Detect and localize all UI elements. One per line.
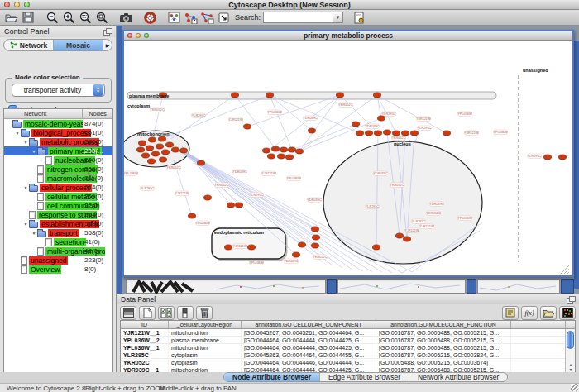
network-node[interactable] (292, 252, 299, 257)
network-node[interactable] (158, 136, 165, 141)
network-view-window[interactable]: primary metabolic process YKR052CYLR295C… (122, 30, 574, 277)
network-node[interactable] (148, 137, 156, 142)
network-node[interactable] (151, 151, 159, 156)
tab-network-attribute-browser[interactable]: Network Attribute Browser (409, 373, 507, 381)
zoom-out-icon[interactable] (44, 11, 60, 25)
network-node[interactable] (188, 213, 195, 218)
annotation-icon[interactable] (215, 11, 232, 25)
search-dropdown-button[interactable]: ▼ (333, 12, 343, 23)
table-row[interactable]: YJR121W__1mitochondrion[GO:0045267, GO:0… (121, 329, 575, 337)
table-column-header[interactable]: annotation.GO CELLULAR_COMPONENT (242, 321, 376, 328)
tab-network[interactable]: Network (4, 40, 53, 50)
tree-row[interactable]: ▼transport558(0) (4, 228, 112, 237)
network-node[interactable] (373, 93, 380, 98)
network-node[interactable] (558, 155, 566, 160)
zoom-fit-icon[interactable] (93, 11, 110, 25)
attribute-table[interactable]: ID_cellularLayoutRegionannotation.GO CEL… (120, 320, 576, 373)
table-row[interactable]: YPL036W__2plasma membrane[GO:0044464, GO… (121, 337, 575, 344)
import-attributes-icon[interactable] (540, 306, 557, 320)
attribute-notes-icon[interactable] (502, 306, 519, 320)
network-node[interactable] (285, 155, 293, 160)
network-node[interactable] (203, 195, 211, 200)
network-node[interactable] (392, 131, 400, 136)
network-node[interactable] (197, 160, 204, 165)
background-window-sliver[interactable] (337, 279, 466, 294)
vizmapper-icon[interactable] (165, 11, 182, 25)
background-window-corner[interactable] (467, 279, 476, 294)
save-session-icon[interactable] (20, 11, 36, 25)
tab-node-attribute-browser[interactable]: Node Attribute Browser (224, 373, 320, 381)
table-row[interactable]: YPL036W__1mitochondrion[GO:0044464, GO:0… (121, 344, 575, 351)
network-node[interactable] (403, 237, 410, 241)
network-node[interactable] (377, 116, 385, 121)
tab-mosaic[interactable]: Mosaic (53, 40, 103, 50)
network-node[interactable] (247, 245, 255, 250)
tree-row[interactable]: ▼metabolic process280(0) (4, 137, 112, 146)
tree-row[interactable]: mosaic-demo-yeast874(0) (4, 119, 112, 128)
table-row[interactable]: YLR295Ccytoplasm[GO:0045263, GO:0044464,… (121, 351, 575, 359)
network-node[interactable] (374, 131, 381, 136)
delete-attribute-icon[interactable] (196, 306, 213, 320)
network-node[interactable] (443, 131, 450, 136)
network-node[interactable] (336, 93, 343, 98)
network-node[interactable] (146, 146, 153, 151)
scrollbar-arrows[interactable]: ▲▼ (566, 362, 576, 372)
float-data-panel-icon[interactable] (567, 296, 575, 303)
attribute-grid-icon[interactable] (120, 306, 136, 320)
network-node[interactable] (372, 245, 380, 250)
network-node[interactable] (138, 141, 146, 146)
tree-row[interactable]: nitrogen compo209(0) (4, 165, 112, 174)
attribute-table-header[interactable]: ID_cellularLayoutRegionannotation.GO CEL… (121, 321, 575, 329)
tree-row[interactable]: Overview8(0) (4, 265, 112, 274)
network-node[interactable] (277, 154, 285, 159)
tree-row[interactable]: multi-organism pro42(0) (4, 246, 112, 256)
background-window-sliver[interactable] (126, 279, 326, 294)
network-canvas[interactable]: YKR052CYLR295CYJR121WYPL036WYDR039CYKR05… (124, 41, 572, 275)
network-window-titlebar[interactable]: primary metabolic process (124, 31, 572, 41)
resize-grip[interactable] (571, 384, 578, 391)
tree-row[interactable]: ▼biological_process651(0) (4, 128, 112, 137)
scrollbar-thumb[interactable] (567, 331, 574, 349)
network-node[interactable] (141, 153, 149, 158)
tree-row[interactable]: ▼establishment of lo558(0) (4, 219, 112, 228)
select-attributes-icon[interactable] (158, 306, 175, 320)
table-column-header[interactable]: ID (121, 321, 169, 328)
network-node[interactable] (147, 159, 155, 164)
network-node[interactable] (266, 93, 273, 98)
tree-row[interactable]: macromolecule311(0) (4, 174, 112, 183)
network-node[interactable] (295, 149, 303, 154)
background-window-corner[interactable] (561, 279, 574, 294)
network-node[interactable] (227, 203, 234, 208)
network-node[interactable] (401, 131, 409, 136)
background-window-sliver[interactable] (477, 279, 560, 294)
background-window-edge[interactable] (117, 26, 122, 294)
heatmap-matrix-icon[interactable] (559, 306, 576, 320)
network-node[interactable] (267, 154, 275, 159)
attribute-function-icon[interactable]: f(x) (521, 306, 538, 320)
network-node[interactable] (395, 233, 403, 238)
network-node[interactable] (165, 142, 173, 147)
tree-expander-icon[interactable]: ▼ (22, 140, 29, 145)
network-node[interactable] (288, 147, 295, 152)
tree-row[interactable]: unassigned223(0) (4, 256, 112, 265)
table-column-header[interactable]: annotation.GO MOLECULAR_FUNCTION (376, 321, 511, 328)
background-window-edge-right[interactable] (574, 41, 579, 289)
network-node[interactable] (136, 147, 144, 152)
zoom-in-icon[interactable] (60, 11, 77, 25)
network-node[interactable] (311, 243, 318, 248)
tree-row[interactable]: secretion41(0) (4, 237, 112, 246)
network-node[interactable] (262, 148, 270, 153)
compartment-nucleus[interactable] (323, 141, 482, 264)
network-node[interactable] (383, 130, 390, 135)
zoom-selected-icon[interactable] (77, 11, 93, 25)
table-row[interactable]: YKR052Ccytoplasm[GO:0044464, GO:0044446,… (121, 359, 575, 366)
tree-expander-icon[interactable]: ▼ (22, 185, 29, 190)
network-node[interactable] (235, 203, 242, 208)
network-node[interactable] (352, 122, 359, 127)
network-node[interactable] (312, 235, 319, 240)
network-node[interactable] (308, 128, 315, 133)
network-node[interactable] (179, 148, 187, 153)
node-color-dropdown[interactable]: transporter activity ▲▼ (12, 84, 105, 97)
tree-expander-icon[interactable]: ▼ (31, 231, 37, 236)
new-attribute-icon[interactable] (139, 306, 156, 320)
